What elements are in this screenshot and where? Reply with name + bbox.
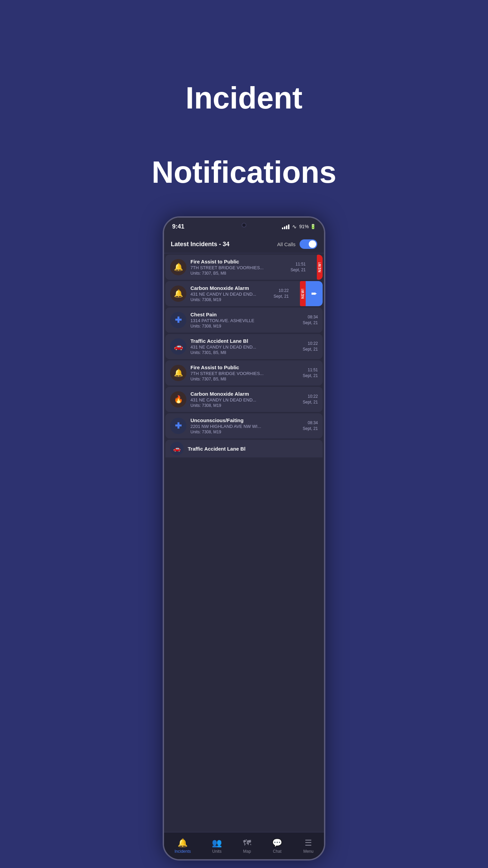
incident-time: 10:22Sept, 21 (303, 341, 318, 352)
incident-title: Fire Assist to Public (190, 259, 288, 264)
incident-address: 431 NE CANDY LN DEAD END... (190, 397, 300, 402)
incident-info: Uncounscious/Faiting 2201 NW HIGHLAND AV… (190, 417, 300, 434)
nav-label-chat: Chat (273, 849, 281, 854)
toggle-knob (309, 240, 316, 248)
incidents-list: 🔔 Fire Assist to Public 7TH STREET BRIDG… (164, 253, 324, 832)
nav-label-incidents: Incidents (175, 849, 191, 854)
nav-label-menu: Menu (303, 849, 313, 854)
nav-item-map[interactable]: 🗺 Map (243, 838, 251, 854)
incident-info: Fire Assist to Public 7TH STREET BRIDGE … (190, 259, 288, 276)
incident-item[interactable]: 🔔 Carbon Monoxide Alarm 431 NE CANDY LN … (165, 281, 323, 306)
incident-title: Chest Pain (190, 312, 300, 317)
incident-info: Carbon Monoxide Alarm 431 NE CANDY LN DE… (190, 391, 300, 408)
incident-item[interactable]: 🔥 Carbon Monoxide Alarm 431 NE CANDY LN … (165, 387, 323, 412)
header-right: All Calls (277, 239, 317, 249)
new-badge: NEW! (317, 255, 323, 280)
nav-label-map: Map (243, 849, 251, 854)
incident-icon: 🚗 (170, 338, 186, 355)
incident-icon: 🔔 (170, 259, 186, 275)
app-header: Latest Incidents - 34 All Calls (164, 235, 324, 253)
page-title: Incident Notifications (151, 41, 336, 189)
incidents-icon: 🔔 (178, 838, 188, 848)
incident-units: Units: 7307, B5, M8 (190, 271, 288, 276)
incident-item[interactable]: 🔔 Fire Assist to Public 7TH STREET BRIDG… (165, 255, 323, 280)
nav-item-incidents[interactable]: 🔔 Incidents (175, 838, 191, 854)
incident-item[interactable]: ✚ Uncounscious/Faiting 2201 NW HIGHLAND … (165, 413, 323, 438)
menu-icon: ☰ (305, 838, 312, 848)
incident-address: 7TH STREET BRIDGE VOORHIES... (190, 371, 300, 376)
status-icons: ∿ 91% 🔋 (282, 223, 316, 230)
status-time: 9:41 (172, 223, 184, 230)
incident-info: Traffic Accident Lane Bl 431 NE CANDY LN… (190, 338, 300, 355)
map-icon: 🗺 (243, 838, 251, 848)
incident-units: Units: 7308, M19 (190, 324, 300, 329)
incident-title: Fire Assist to Public (190, 364, 300, 370)
incident-icon: 🔔 (170, 365, 186, 381)
incident-units: Units: 7301, B5, M8 (190, 350, 300, 355)
incident-address: 1314 PATTON AVE. ASHEVILLE (190, 318, 300, 323)
units-icon: 👥 (212, 838, 222, 848)
incident-item[interactable]: 🔔 Fire Assist to Public 7TH STREET BRIDG… (165, 360, 323, 386)
all-calls-label: All Calls (277, 241, 296, 247)
incident-icon: 🔔 (170, 285, 186, 302)
incident-item[interactable]: ✚ Chest Pain 1314 PATTON AVE. ASHEVILLE … (165, 308, 323, 333)
incident-address: 431 NE CANDY LN DEAD END... (190, 292, 271, 297)
incident-time: 11:51Sept, 21 (303, 367, 318, 379)
incident-time: 08:34Sept, 21 (303, 420, 318, 432)
nav-item-menu[interactable]: ☰ Menu (303, 838, 313, 854)
incident-info: Fire Assist to Public 7TH STREET BRIDGE … (190, 364, 300, 381)
incident-icon: 🔥 (170, 391, 186, 408)
navigate-button[interactable]: ➨ (306, 281, 323, 306)
incident-address: 7TH STREET BRIDGE VOORHIES... (190, 265, 288, 270)
incident-icon: 🚗 (170, 442, 184, 455)
incident-address: 2201 NW HIGHLAND AVE NW WI... (190, 424, 300, 429)
incident-address: 431 NE CANDY LN DEAD END... (190, 344, 300, 350)
wifi-icon: ∿ (292, 223, 297, 230)
incident-time: 10:22Sept, 21 (273, 288, 289, 299)
incident-item[interactable]: 🚗 Traffic Accident Lane Bl 431 NE CANDY … (165, 334, 323, 359)
chat-icon: 💬 (272, 838, 282, 848)
incident-time: 11:51Sept, 21 (290, 261, 306, 273)
signal-icon (282, 224, 289, 229)
phone-frame: 9:41 ∿ 91% 🔋 Latest Incidents - 34 All C… (163, 216, 325, 861)
incident-info: Chest Pain 1314 PATTON AVE. ASHEVILLE Un… (190, 312, 300, 329)
new-badge: NEW! (300, 281, 306, 306)
all-calls-toggle[interactable] (300, 239, 317, 249)
battery-text: 91% 🔋 (299, 224, 316, 229)
incident-units: Units: 7308, M19 (190, 403, 300, 408)
incident-item-partial[interactable]: 🚗 Traffic Accident Lane Bl (165, 440, 323, 457)
incident-info: Traffic Accident Lane Bl (188, 446, 318, 452)
bottom-nav: 🔔 Incidents 👥 Units 🗺 Map 💬 Chat ☰ Menu (164, 832, 324, 859)
nav-item-units[interactable]: 👥 Units (212, 838, 222, 854)
incident-actions: NEW! ➨ (300, 281, 323, 306)
camera-notch (242, 223, 246, 228)
header-title: Latest Incidents - 34 (171, 241, 229, 248)
incident-time: 08:34Sept, 21 (303, 314, 318, 326)
incident-units: Units: 7307, B5, M8 (190, 377, 300, 381)
incident-info: Carbon Monoxide Alarm 431 NE CANDY LN DE… (190, 285, 271, 302)
incident-title: Carbon Monoxide Alarm (190, 285, 271, 291)
incident-title: Traffic Accident Lane Bl (190, 338, 300, 344)
incident-units: Units: 7308, M19 (190, 297, 271, 302)
incident-units: Units: 7308, M19 (190, 430, 300, 434)
incident-title: Traffic Accident Lane Bl (188, 446, 318, 452)
incident-title: Uncounscious/Faiting (190, 417, 300, 423)
nav-label-units: Units (212, 849, 221, 854)
incident-time: 10:22Sept, 21 (303, 394, 318, 405)
incident-icon: ✚ (170, 418, 186, 434)
incident-title: Carbon Monoxide Alarm (190, 391, 300, 397)
nav-item-chat[interactable]: 💬 Chat (272, 838, 282, 854)
incident-icon: ✚ (170, 312, 186, 328)
